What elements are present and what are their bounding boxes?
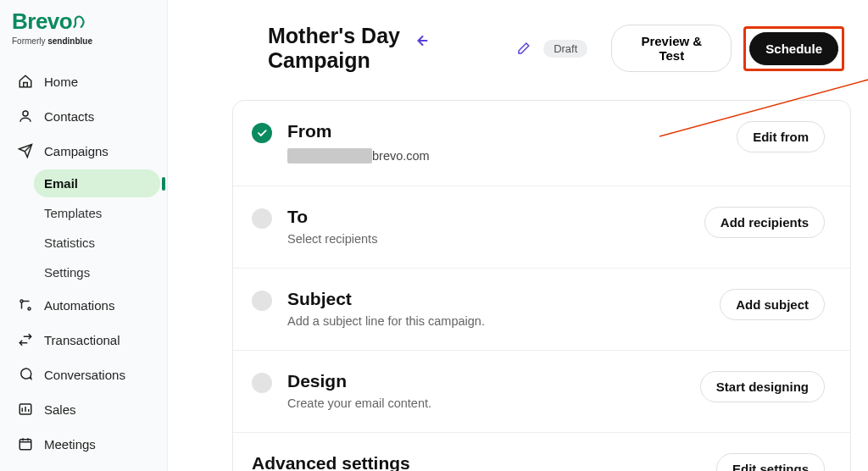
nav-campaigns[interactable]: Campaigns bbox=[3, 134, 164, 168]
section-to: To Select recipients Add recipients bbox=[233, 186, 850, 269]
section-design: Design Create your email content. Start … bbox=[233, 351, 850, 433]
from-title: From bbox=[287, 121, 721, 141]
nav-label: Transactional bbox=[44, 333, 120, 347]
edit-title-icon[interactable] bbox=[516, 41, 531, 56]
nav-label: Meetings bbox=[44, 437, 96, 452]
nav-label: Conversations bbox=[44, 368, 125, 382]
nav-sales[interactable]: Sales bbox=[3, 392, 164, 426]
brand-subline: Formerly sendinblue bbox=[12, 36, 155, 46]
nav-contacts[interactable]: Contacts bbox=[3, 99, 164, 133]
design-sub: Create your email content. bbox=[287, 396, 685, 410]
campaigns-icon bbox=[17, 142, 34, 159]
nav-transactional[interactable]: Transactional bbox=[3, 323, 164, 357]
edit-from-button[interactable]: Edit from bbox=[737, 121, 825, 152]
schedule-button[interactable]: Schedule bbox=[749, 32, 838, 65]
from-redacted bbox=[287, 148, 372, 163]
nav-conversations[interactable]: Conversations bbox=[3, 357, 164, 391]
nav-label: Campaigns bbox=[44, 144, 108, 158]
section-from: From brevo.com Edit from bbox=[233, 101, 850, 186]
page-title: Mother's Day Campaign bbox=[268, 24, 504, 73]
campaign-card: From brevo.com Edit from To Select recip… bbox=[232, 100, 851, 471]
subnav-settings[interactable]: Settings bbox=[34, 258, 160, 286]
sales-icon bbox=[17, 401, 34, 418]
back-arrow-icon[interactable] bbox=[412, 32, 429, 49]
status-pending-icon bbox=[252, 373, 272, 393]
svg-rect-4 bbox=[19, 440, 31, 450]
nav-campaigns-submenu: Email Templates Statistics Settings bbox=[0, 169, 167, 286]
conversations-icon bbox=[17, 366, 34, 383]
from-value: brevo.com bbox=[287, 148, 721, 163]
status-pending-icon bbox=[252, 291, 272, 311]
preview-test-button[interactable]: Preview & Test bbox=[611, 25, 732, 72]
advanced-title: Advanced settings bbox=[252, 453, 701, 471]
svg-point-1 bbox=[20, 300, 23, 302]
nav-label: Contacts bbox=[44, 109, 94, 124]
main: Mother's Day Campaign Draft Preview & Te… bbox=[168, 0, 868, 471]
subnav-statistics[interactable]: Statistics bbox=[34, 229, 160, 257]
section-subject: Subject Add a subject line for this camp… bbox=[233, 269, 850, 351]
brand-name: Brevo bbox=[12, 8, 72, 35]
contacts-icon bbox=[17, 108, 34, 125]
to-sub: Select recipients bbox=[287, 232, 689, 246]
section-advanced: Advanced settings Edit settings bbox=[233, 433, 850, 471]
subnav-email[interactable]: Email bbox=[34, 169, 160, 197]
nav-automations[interactable]: Automations bbox=[3, 288, 164, 322]
start-designing-button[interactable]: Start designing bbox=[700, 371, 825, 402]
subject-title: Subject bbox=[287, 289, 704, 309]
status-complete-icon bbox=[252, 123, 272, 143]
nav-meetings[interactable]: Meetings bbox=[3, 427, 164, 461]
nav-label: Sales bbox=[44, 402, 76, 417]
svg-point-0 bbox=[23, 111, 28, 116]
sidebar: Brevo Formerly sendinblue Home Contacts … bbox=[0, 0, 168, 471]
transactional-icon bbox=[17, 331, 34, 348]
brand-logo: Brevo bbox=[12, 8, 155, 35]
add-subject-button[interactable]: Add subject bbox=[720, 289, 825, 320]
nav-label: Automations bbox=[44, 298, 114, 313]
header: Mother's Day Campaign Draft Preview & Te… bbox=[168, 0, 868, 85]
schedule-annotation-box: Schedule bbox=[743, 26, 844, 71]
design-title: Design bbox=[287, 371, 685, 391]
nav-home[interactable]: Home bbox=[3, 64, 164, 98]
add-recipients-button[interactable]: Add recipients bbox=[704, 207, 825, 238]
subnav-templates[interactable]: Templates bbox=[34, 199, 160, 227]
nav-label: Home bbox=[44, 75, 78, 89]
svg-point-2 bbox=[28, 308, 31, 310]
status-pill: Draft bbox=[543, 40, 587, 58]
status-pending-icon bbox=[252, 208, 272, 229]
subject-sub: Add a subject line for this campaign. bbox=[287, 314, 704, 328]
meetings-icon bbox=[17, 435, 34, 452]
automations-icon bbox=[17, 296, 34, 313]
home-icon bbox=[17, 73, 34, 90]
brand-swirl-icon bbox=[71, 14, 88, 31]
edit-settings-button[interactable]: Edit settings bbox=[716, 453, 825, 471]
to-title: To bbox=[287, 207, 689, 227]
logo-block: Brevo Formerly sendinblue bbox=[0, 7, 167, 54]
nav: Home Contacts Campaigns Email Templates … bbox=[0, 64, 167, 461]
